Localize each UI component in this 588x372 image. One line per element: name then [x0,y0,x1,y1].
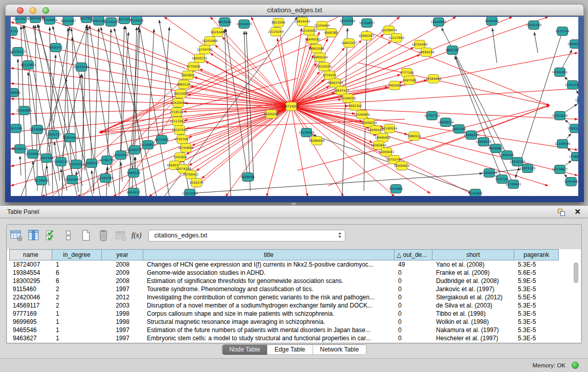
graph-node[interactable]: 16603337 [341,39,357,48]
table-scrollbar[interactable] [574,261,579,342]
graph-node[interactable]: 12923446 [113,151,129,160]
graph-node[interactable]: 18107554 [172,126,188,135]
graph-node[interactable]: 14035571 [13,17,29,24]
graph-node[interactable]: 13243255 [316,62,332,71]
graph-node[interactable]: 17357067 [175,135,190,144]
tab-edge-table[interactable]: Edge Table [267,345,312,355]
graph-node[interactable]: 18754389 [412,40,428,49]
select-rows-icon[interactable] [45,229,58,242]
table-row[interactable]: 946554611997Estimation of the future num… [9,326,581,334]
tab-node-table[interactable]: Node Table [222,345,268,355]
scrollbar-thumb[interactable] [574,262,578,283]
graph-node[interactable]: 12354708 [98,174,114,183]
graph-node[interactable]: 4935572 [49,43,63,52]
table-row[interactable]: 911546021997Tourette syndrome. Phenomeno… [9,285,581,293]
create-table-icon[interactable] [79,229,93,242]
graph-node[interactable]: 9465546 [500,151,514,160]
graph-node[interactable]: 9860124 [177,80,191,89]
graph-node[interactable]: 9862187 [446,46,460,55]
graph-node[interactable]: 16754836 [178,144,194,152]
close-window-button[interactable] [17,7,24,14]
graph-node[interactable]: 16791765 [424,112,440,120]
graph-node[interactable]: 11452313 [565,81,578,90]
graph-node[interactable]: 19861098 [309,45,324,53]
graph-node[interactable]: 16805244 [312,53,328,62]
minimize-window-button[interactable] [30,7,36,14]
table-row[interactable]: 2242004622012Investigating the contribut… [9,293,581,301]
graph-node[interactable]: 9566383 [324,29,338,37]
graph-node[interactable]: 14850438 [419,48,434,57]
graph-node[interactable]: 19384554 [309,137,325,145]
zoom-window-button[interactable] [42,7,49,14]
graph-node[interactable]: 22420046 [170,99,186,107]
graph-node[interactable]: 12213363 [170,117,186,126]
graph-node[interactable]: 10512589 [182,189,198,196]
graph-node[interactable]: 12105646 [555,140,571,148]
graph-node[interactable]: 18197094 [340,17,356,26]
graph-node[interactable]: 18495952 [375,134,391,142]
graph-node[interactable]: 16958434 [476,138,492,146]
graph-node[interactable]: 15048951 [11,89,20,97]
graph-node[interactable]: 9245402 [485,17,499,26]
graph-node[interactable]: 17359924 [25,150,41,159]
graph-node[interactable]: 9777169 [400,69,414,77]
graph-node[interactable]: 15760421 [183,170,199,179]
graph-node[interactable]: 11058474 [381,26,397,35]
graph-node[interactable]: 8912954 [174,90,188,98]
graph-node[interactable]: 12754702 [197,46,213,54]
graph-node[interactable]: 18300295 [264,110,279,119]
graph-node[interactable]: 10653287 [60,17,76,26]
graph-node[interactable]: 16754457 [359,19,375,28]
graph-node[interactable]: 9464526 [127,169,141,178]
graph-node[interactable]: 18668039 [438,118,454,127]
graph-node[interactable]: 16319992 [42,17,58,25]
graph-node[interactable]: 12942757 [46,130,62,139]
table-select-dropdown[interactable]: citations_edges.txt [148,230,345,242]
graph-node[interactable]: 2718126 [170,108,184,117]
table-settings-icon[interactable] [10,229,23,242]
graph-node[interactable]: 18663705 [328,79,343,87]
column-header-pagerank[interactable]: pagerank [514,249,559,260]
graph-node[interactable]: 16649197 [305,35,321,44]
column-header-short[interactable]: short [432,249,514,260]
graph-node[interactable]: 7252824 [173,153,187,162]
table-row[interactable]: 946362711997Embryonic stem cells: a mode… [9,334,581,342]
graph-node[interactable]: 9115460 [389,185,403,193]
graph-node[interactable]: 3915391 [11,124,23,133]
graph-node[interactable]: 20691406 [28,17,43,23]
graph-node[interactable]: 11156869 [30,125,46,134]
graph-node[interactable]: 7663822 [181,71,195,80]
graph-node[interactable]: 10683248 [568,124,578,133]
graph-node[interactable]: 9552312 [349,102,362,111]
table-row[interactable]: 1830029562008Estimation of significance … [9,277,581,285]
graph-node[interactable]: 20153346 [74,63,90,72]
graph-node[interactable]: 9346721 [11,27,19,36]
graph-node[interactable]: 15205810 [140,141,156,149]
graph-node[interactable]: 10960397 [359,32,375,40]
graph-node[interactable]: 22125244 [268,28,284,36]
table-row[interactable]: 1456911722003Disruption of a novel membe… [9,301,581,310]
graph-node[interactable]: 7986512 [407,132,421,141]
graph-node[interactable]: 12091295 [526,21,542,30]
graph-node[interactable]: 19890022 [568,40,578,49]
graph-node[interactable]: 14593461 [552,68,568,77]
delete-table-icon[interactable] [97,229,110,242]
graph-node[interactable]: 1527602 [80,17,94,23]
column-header-year[interactable]: year [102,249,143,260]
graph-node[interactable]: 10647427 [334,86,350,95]
close-panel-icon[interactable]: ✕ [574,207,581,216]
graph-node[interactable]: 9272754 [556,27,570,36]
column-visibility-icon[interactable] [27,229,40,242]
graph-node[interactable]: 9463627 [127,188,141,196]
graph-node[interactable]: 9770028 [187,62,201,71]
table-row[interactable]: 1872400712008Changes of HCN gene express… [9,260,581,269]
graph-node[interactable]: 16906452 [482,169,497,178]
column-header-in-degree[interactable]: in_degree [52,249,102,260]
graph-node[interactable]: 9178905 [35,177,49,185]
graph-node[interactable]: 16251986 [202,37,218,46]
graph-node[interactable]: 18056892 [488,144,504,153]
row-options-icon[interactable] [62,229,75,242]
graph-node[interactable]: 10051005 [64,176,80,184]
graph-node[interactable]: 12142042 [301,27,317,35]
graph-node[interactable]: 15956121 [575,96,578,105]
